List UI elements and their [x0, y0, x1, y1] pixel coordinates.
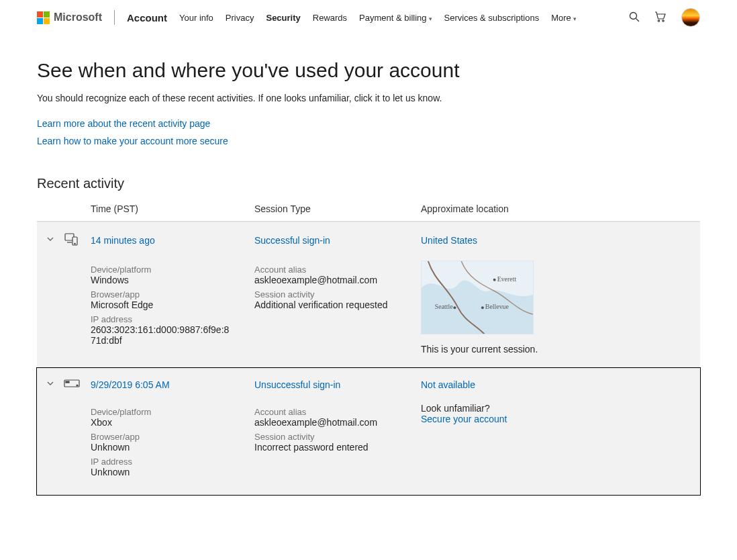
- activity-row: 9/29/2019 6:05 AM Unsuccessful sign-in N…: [37, 368, 700, 495]
- activity-time: 14 minutes ago: [91, 235, 254, 246]
- chevron-down-icon: ▾: [429, 15, 432, 22]
- cart-icon[interactable]: [654, 11, 667, 25]
- label-device-platform: Device/platform: [91, 265, 254, 275]
- value-ip-address: Unknown: [91, 467, 232, 477]
- chevron-down-icon: [46, 234, 55, 246]
- activity-row-summary[interactable]: 14 minutes ago Successful sign-in United…: [37, 222, 700, 258]
- activity-location: United States: [421, 235, 700, 246]
- activity-row-details: Device/platform Windows Browser/app Micr…: [37, 258, 700, 368]
- label-browser-app: Browser/app: [91, 432, 254, 442]
- svg-point-10: [481, 306, 484, 309]
- svg-point-14: [77, 385, 78, 386]
- search-icon[interactable]: [629, 11, 640, 24]
- value-account-alias: askleoexample@hotmail.com: [254, 275, 395, 285]
- label-session-activity: Session activity: [254, 432, 421, 442]
- header-divider: [114, 10, 115, 25]
- primary-nav: Account Your info Privacy Security Rewar…: [127, 12, 577, 24]
- nav-services-subscriptions[interactable]: Services & subscriptions: [444, 13, 540, 23]
- chevron-down-icon: ▾: [573, 15, 577, 22]
- activity-session-type: Successful sign-in: [254, 235, 421, 246]
- activity-session-type: Unsuccessful sign-in: [254, 379, 421, 390]
- label-session-activity: Session activity: [254, 289, 421, 299]
- chevron-down-icon: [46, 379, 55, 390]
- svg-rect-13: [66, 381, 69, 383]
- nav-more[interactable]: More▾: [551, 13, 577, 23]
- nav-payment-billing[interactable]: Payment & billing▾: [359, 13, 432, 23]
- map-city-seattle: Seattle: [435, 303, 453, 310]
- label-account-alias: Account alias: [254, 407, 421, 417]
- nav-rewards[interactable]: Rewards: [313, 13, 347, 23]
- value-session-activity: Additional verification requested: [254, 299, 395, 310]
- column-header-location: Approximate location: [421, 203, 700, 214]
- recent-activity-heading: Recent activity: [37, 176, 700, 191]
- link-learn-secure[interactable]: Learn how to make your account more secu…: [37, 136, 700, 146]
- svg-point-9: [453, 306, 456, 309]
- value-browser-app: Unknown: [91, 442, 232, 453]
- label-ip-address: IP address: [91, 457, 254, 467]
- value-session-activity: Incorrect password entered: [254, 442, 395, 453]
- activity-time: 9/29/2019 6:05 AM: [91, 379, 254, 390]
- activity-row-details: Device/platform Xbox Browser/app Unknown…: [37, 400, 700, 495]
- page-title: See when and where you've used your acco…: [37, 59, 700, 82]
- microsoft-logo[interactable]: Microsoft: [37, 11, 102, 24]
- header-right: [629, 8, 700, 27]
- label-browser-app: Browser/app: [91, 289, 254, 299]
- activity-row: 14 minutes ago Successful sign-in United…: [37, 222, 700, 368]
- link-learn-activity[interactable]: Learn more about the recent activity pag…: [37, 118, 700, 129]
- nav-account[interactable]: Account: [127, 12, 167, 24]
- map-city-bellevue: Bellevue: [485, 303, 509, 310]
- label-device-platform: Device/platform: [91, 407, 254, 417]
- svg-point-11: [493, 279, 496, 281]
- value-device-platform: Windows: [91, 275, 232, 285]
- nav-more-label: More: [551, 13, 571, 23]
- look-unfamiliar-text: Look unfamiliar?: [421, 403, 700, 414]
- activity-row-summary[interactable]: 9/29/2019 6:05 AM Unsuccessful sign-in N…: [37, 369, 700, 400]
- current-session-note: This is your current session.: [421, 344, 700, 355]
- device-console-icon: [64, 378, 80, 391]
- value-ip-address: 2603:3023:161:d000:9887:6f9e:871d:dbf: [91, 324, 232, 346]
- svg-line-1: [636, 18, 640, 21]
- svg-point-2: [658, 19, 659, 21]
- location-map: Seattle Bellevue Everett: [421, 261, 534, 334]
- avatar[interactable]: [681, 8, 700, 27]
- nav-security[interactable]: Security: [266, 13, 300, 23]
- column-header-session: Session Type: [254, 203, 421, 214]
- activity-table-header: Time (PST) Session Type Approximate loca…: [37, 197, 700, 222]
- value-browser-app: Microsoft Edge: [91, 299, 232, 310]
- svg-point-0: [630, 12, 637, 19]
- secure-your-account-link[interactable]: Secure your account: [421, 414, 507, 424]
- page-subhead: You should recognize each of these recen…: [37, 93, 700, 103]
- svg-point-7: [75, 243, 75, 244]
- nav-your-info[interactable]: Your info: [179, 13, 213, 23]
- value-device-platform: Xbox: [91, 417, 232, 428]
- column-header-time: Time (PST): [91, 203, 254, 214]
- microsoft-logo-text: Microsoft: [54, 11, 102, 24]
- nav-payment-billing-label: Payment & billing: [359, 13, 426, 23]
- main-content: See when and where you've used your acco…: [0, 34, 737, 495]
- map-city-everett: Everett: [497, 275, 517, 283]
- label-ip-address: IP address: [91, 314, 254, 324]
- label-account-alias: Account alias: [254, 265, 421, 275]
- activity-location: Not available: [421, 379, 700, 390]
- svg-point-3: [662, 19, 664, 21]
- microsoft-logo-icon: [37, 11, 50, 24]
- nav-privacy[interactable]: Privacy: [226, 13, 254, 23]
- global-header: Microsoft Account Your info Privacy Secu…: [0, 0, 737, 34]
- value-account-alias: askleoexample@hotmail.com: [254, 417, 395, 428]
- device-desktop-icon: [64, 232, 79, 248]
